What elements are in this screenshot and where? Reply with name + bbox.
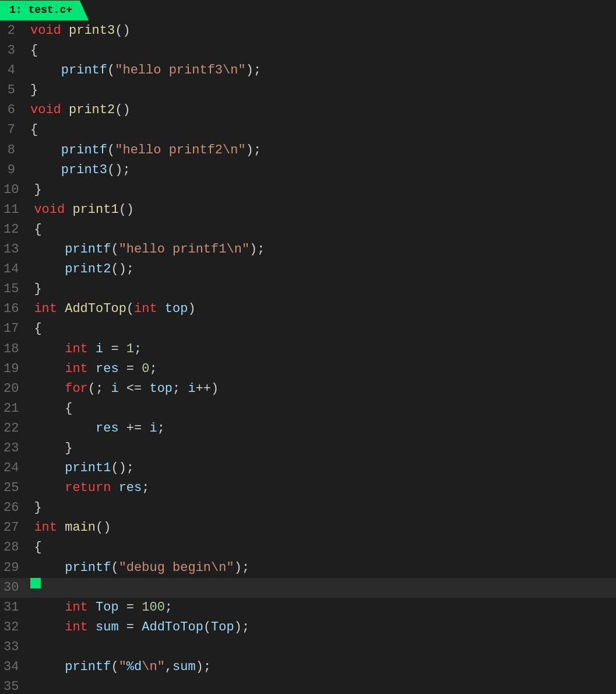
token-plain xyxy=(57,518,65,538)
line-content: { xyxy=(24,120,616,140)
token-paren: ( xyxy=(107,61,115,80)
token-brace: } xyxy=(65,439,72,458)
token-brace: { xyxy=(30,41,38,61)
line-number: 22 xyxy=(0,419,28,439)
line-content: void print2() xyxy=(24,100,616,120)
token-paren: () xyxy=(115,100,130,120)
line-number: 3 xyxy=(0,41,24,61)
token-kw-void: void xyxy=(34,200,65,220)
line-content: } xyxy=(28,498,616,518)
token-fn-call: printf xyxy=(65,657,111,677)
code-line: 23 } xyxy=(0,439,616,458)
token-fn-call: print1 xyxy=(65,458,111,478)
token-var: i xyxy=(96,339,103,359)
token-fn-name: print3 xyxy=(69,21,115,41)
line-content: printf("hello printf2\n"); xyxy=(24,141,616,160)
token-var: i xyxy=(188,379,195,399)
token-plain: , xyxy=(165,657,173,677)
code-line: 7{ xyxy=(0,120,616,140)
token-paren: ( xyxy=(111,558,118,578)
token-plain: ; xyxy=(126,458,134,478)
line-content: printf("%d\n",sum); xyxy=(28,657,616,677)
token-fn-call: print2 xyxy=(65,260,111,279)
line-number: 34 xyxy=(0,657,28,677)
token-plain xyxy=(30,61,61,80)
token-paren: ) xyxy=(188,299,195,319)
code-line: 15} xyxy=(0,279,616,299)
token-fn-name: main xyxy=(65,518,96,538)
token-kw-void: void xyxy=(30,100,61,120)
line-number: 4 xyxy=(0,61,24,80)
line-content: printf("hello printf1\n"); xyxy=(28,240,616,260)
token-plain: ; xyxy=(242,558,249,578)
line-content: { xyxy=(28,220,616,240)
token-plain xyxy=(88,598,96,618)
line-number: 13 xyxy=(0,240,28,260)
token-plain: ; xyxy=(126,260,134,279)
line-number: 12 xyxy=(0,220,28,240)
code-line: 11void print1() xyxy=(0,200,616,220)
code-line: 19 int res = 0; xyxy=(0,359,616,379)
token-format-str: "hello printf2\n" xyxy=(115,141,245,160)
token-kw-void: void xyxy=(30,21,61,41)
token-paren: () xyxy=(115,21,130,41)
token-var: res xyxy=(96,419,119,439)
code-line: 27int main() xyxy=(0,518,616,538)
token-paren: () xyxy=(111,260,126,279)
token-paren: ( xyxy=(203,618,211,637)
token-plain: ; xyxy=(254,61,261,80)
line-content: print1(); xyxy=(28,458,616,478)
token-plain xyxy=(30,160,61,180)
token-var: %d xyxy=(126,657,142,677)
token-paren: () xyxy=(111,458,126,478)
token-plain: ; xyxy=(203,657,211,677)
line-number: 14 xyxy=(0,260,28,279)
token-plain xyxy=(61,21,69,41)
token-paren: ( xyxy=(111,657,118,677)
line-content: print2(); xyxy=(28,260,616,279)
line-content: { xyxy=(28,538,616,558)
token-plain: ; xyxy=(242,618,249,637)
line-content: int Top = 100; xyxy=(28,598,616,618)
code-line: 21 { xyxy=(0,399,616,419)
line-content xyxy=(28,637,616,657)
code-line: 3{ xyxy=(0,41,616,61)
line-content: int sum = AddToTop(Top); xyxy=(28,618,616,637)
code-line: 22 res += i; xyxy=(0,419,616,439)
code-line: 31 int Top = 100; xyxy=(0,598,616,618)
token-fn-call: printf xyxy=(65,240,111,260)
breakpoint-indicator xyxy=(30,578,41,588)
token-brace: { xyxy=(34,538,41,558)
token-paren: () xyxy=(107,160,122,180)
active-tab[interactable]: 1: test.c+ xyxy=(0,1,89,20)
token-plain: ; xyxy=(142,478,149,498)
token-plain xyxy=(34,379,65,399)
line-content xyxy=(28,677,616,694)
token-var: i xyxy=(149,419,157,439)
line-number: 33 xyxy=(0,637,28,657)
token-format-str: "hello printf3\n" xyxy=(115,61,245,80)
token-paren: () xyxy=(96,518,111,538)
token-var: sum xyxy=(96,618,119,637)
line-number: 17 xyxy=(0,319,28,339)
line-number: 31 xyxy=(0,598,28,618)
token-plain: ; xyxy=(173,379,188,399)
line-number: 29 xyxy=(0,558,28,578)
token-plain: ; xyxy=(257,240,265,260)
token-plain xyxy=(157,299,165,319)
token-plain: ; xyxy=(157,419,165,439)
token-plain: <= xyxy=(119,379,150,399)
token-kw-int: int xyxy=(65,618,88,637)
line-content: void print3() xyxy=(24,21,616,41)
token-plain xyxy=(88,339,96,359)
token-fn-call: printf xyxy=(61,61,107,80)
token-paren: ) xyxy=(196,657,203,677)
token-var: res xyxy=(119,478,142,498)
token-brace: { xyxy=(34,319,41,339)
token-plain xyxy=(34,240,65,260)
line-content: { xyxy=(28,399,616,419)
token-var: i xyxy=(111,379,118,399)
token-kw-int: int xyxy=(34,518,57,538)
token-plain: ++) xyxy=(196,379,219,399)
token-fn-name: print2 xyxy=(69,100,115,120)
